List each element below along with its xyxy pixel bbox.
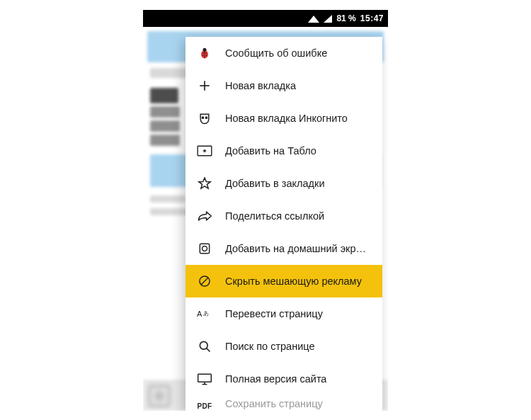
menu-item-label: Новая вкладка xyxy=(225,80,296,91)
phone-frame: 81 % 15:47 Сообщить о xyxy=(143,10,388,411)
menu-item-report-bug[interactable]: Сообщить об ошибке xyxy=(185,37,382,69)
menu-item-add-dashboard[interactable]: Добавить на Табло xyxy=(185,135,382,167)
star-icon xyxy=(197,176,212,191)
svg-rect-16 xyxy=(200,244,209,253)
desktop-icon xyxy=(197,371,212,387)
menu-item-label: Добавить на домашний экр… xyxy=(225,243,366,254)
menu-item-add-homescreen[interactable]: Добавить на домашний экр… xyxy=(185,232,382,265)
block-icon xyxy=(197,273,212,289)
translate-icon: Aあ xyxy=(197,306,212,322)
svg-text:A: A xyxy=(197,310,202,318)
menu-item-label: Поделиться ссылкой xyxy=(225,210,324,222)
incognito-icon xyxy=(197,110,212,126)
svg-point-17 xyxy=(202,246,207,251)
svg-line-19 xyxy=(201,278,208,285)
menu-item-find[interactable]: Поиск по странице xyxy=(185,330,382,363)
menu-item-label: Сообщить об ошибке xyxy=(225,47,327,59)
menu-item-save-page[interactable]: PDF Сохранить страницу xyxy=(185,395,382,411)
svg-point-7 xyxy=(206,55,207,57)
svg-point-4 xyxy=(202,52,204,54)
menu-item-label: Перевести страницу xyxy=(225,308,323,319)
menu-item-label: Добавить в закладки xyxy=(225,178,325,189)
browser-menu: Сообщить об ошибке Новая вкладка Новая в… xyxy=(185,37,382,411)
globe-icon[interactable] xyxy=(149,385,170,407)
menu-item-new-tab[interactable]: Новая вкладка xyxy=(185,69,382,102)
signal-icon xyxy=(324,15,332,23)
stage: 81 % 15:47 Сообщить о xyxy=(0,0,531,420)
svg-line-23 xyxy=(207,348,210,352)
menu-item-bookmark[interactable]: Добавить в закладки xyxy=(185,167,382,200)
menu-item-share[interactable]: Поделиться ссылкой xyxy=(185,200,382,232)
menu-item-label: Полная версия сайта xyxy=(225,373,326,385)
svg-marker-15 xyxy=(199,178,210,188)
homescreen-icon xyxy=(197,241,212,256)
menu-item-label: Скрыть мешающую рекламу xyxy=(225,276,362,287)
svg-point-22 xyxy=(200,341,207,349)
status-bar: 81 % 15:47 xyxy=(143,10,388,27)
share-icon xyxy=(197,208,212,224)
wifi-icon xyxy=(308,16,319,23)
pdf-icon: PDF xyxy=(197,398,212,411)
svg-point-10 xyxy=(202,117,203,118)
bug-icon xyxy=(197,45,212,61)
search-icon xyxy=(197,339,212,354)
menu-item-label: Новая вкладка Инкогнито xyxy=(225,113,348,124)
menu-item-label: Сохранить страницу xyxy=(225,398,323,409)
plus-icon xyxy=(197,78,212,93)
menu-item-translate[interactable]: Aあ Перевести страницу xyxy=(185,297,382,330)
svg-point-11 xyxy=(205,117,207,118)
clock-text: 15:47 xyxy=(360,13,384,23)
menu-item-incognito-tab[interactable]: Новая вкладка Инкогнито xyxy=(185,102,382,135)
battery-text: 81 % xyxy=(336,13,355,23)
menu-item-desktop-site[interactable]: Полная версия сайта xyxy=(185,363,382,395)
dashboard-icon xyxy=(197,143,212,159)
svg-point-5 xyxy=(205,52,207,54)
menu-item-label: Поиск по странице xyxy=(225,341,315,352)
menu-item-label: Добавить на Табло xyxy=(225,145,316,157)
svg-text:あ: あ xyxy=(203,310,209,317)
svg-point-6 xyxy=(202,55,204,57)
svg-rect-24 xyxy=(198,374,212,382)
menu-item-hide-ads[interactable]: Скрыть мешающую рекламу xyxy=(185,265,382,297)
